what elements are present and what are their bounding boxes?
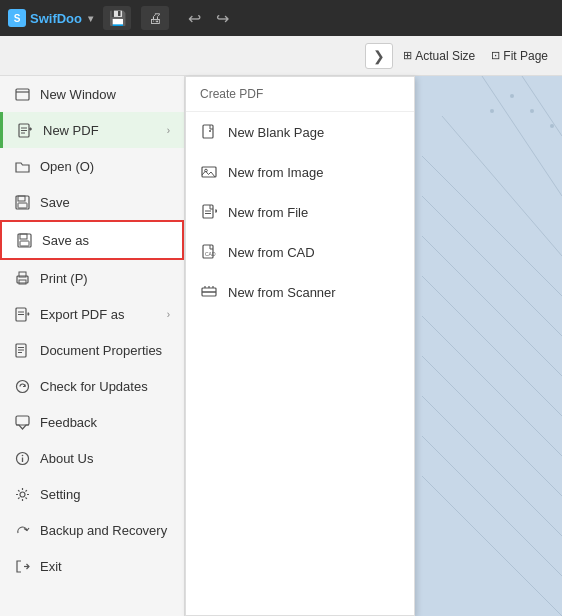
new-from-scanner-label: New from Scanner bbox=[228, 285, 336, 300]
new-window-label: New Window bbox=[40, 87, 170, 102]
submenu-item-new-from-cad[interactable]: CAD New from CAD bbox=[186, 232, 414, 272]
setting-icon bbox=[14, 486, 30, 502]
new-from-file-label: New from File bbox=[228, 205, 308, 220]
menu-item-export-pdf[interactable]: Export PDF as › bbox=[0, 296, 184, 332]
exit-icon bbox=[14, 558, 30, 574]
save-as-label: Save as bbox=[42, 233, 168, 248]
feedback-icon bbox=[14, 414, 30, 430]
save-toolbar-btn[interactable]: 💾 bbox=[103, 6, 131, 30]
svg-rect-29 bbox=[20, 234, 27, 239]
svg-text:CAD: CAD bbox=[205, 251, 216, 257]
menu-item-doc-properties[interactable]: Document Properties bbox=[0, 332, 184, 368]
svg-rect-26 bbox=[18, 196, 25, 201]
menu-item-feedback[interactable]: Feedback bbox=[0, 404, 184, 440]
from-file-icon bbox=[200, 203, 218, 221]
from-image-icon bbox=[200, 163, 218, 181]
open-icon bbox=[14, 158, 30, 174]
new-from-image-label: New from Image bbox=[228, 165, 323, 180]
window-icon bbox=[14, 86, 30, 102]
svg-point-48 bbox=[21, 454, 23, 456]
doc-properties-icon bbox=[14, 342, 30, 358]
blank-page-icon bbox=[200, 123, 218, 141]
bg-decoration bbox=[422, 76, 562, 616]
print-label: Print (P) bbox=[40, 271, 170, 286]
left-menu: New Window New PDF › bbox=[0, 76, 185, 616]
export-pdf-arrow: › bbox=[167, 309, 170, 320]
redo-button[interactable]: ↪ bbox=[209, 6, 235, 30]
menu-item-print[interactable]: Print (P) bbox=[0, 260, 184, 296]
titlebar: S SwifDoo ▾ 💾 🖨 ↩ ↪ bbox=[0, 0, 562, 36]
doc-properties-label: Document Properties bbox=[40, 343, 170, 358]
svg-point-49 bbox=[20, 492, 25, 497]
dropdown-arrow[interactable]: ▾ bbox=[88, 13, 93, 24]
submenu-item-new-from-image[interactable]: New from Image bbox=[186, 152, 414, 192]
menu-item-open[interactable]: Open (O) bbox=[0, 148, 184, 184]
save-icon bbox=[14, 194, 30, 210]
menu-item-setting[interactable]: Setting bbox=[0, 476, 184, 512]
submenu-item-new-from-file[interactable]: New from File bbox=[186, 192, 414, 232]
app-name: SwifDoo bbox=[30, 11, 82, 26]
export-pdf-label: Export PDF as bbox=[40, 307, 157, 322]
menu-item-new-pdf[interactable]: New PDF › bbox=[0, 112, 184, 148]
svg-point-13 bbox=[510, 94, 514, 98]
menu-item-exit[interactable]: Exit bbox=[0, 548, 184, 584]
about-icon bbox=[14, 450, 30, 466]
actual-size-label: Actual Size bbox=[415, 49, 475, 63]
submenu-header: Create PDF bbox=[186, 77, 414, 112]
new-pdf-icon bbox=[17, 122, 33, 138]
menu-item-save-as[interactable]: Save as bbox=[0, 220, 184, 260]
feedback-label: Feedback bbox=[40, 415, 170, 430]
open-label: Open (O) bbox=[40, 159, 170, 174]
svg-rect-17 bbox=[16, 89, 29, 100]
new-pdf-label: New PDF bbox=[43, 123, 157, 138]
svg-rect-51 bbox=[203, 125, 213, 138]
toolbar-right-section: ❯ ⊞ Actual Size ⊡ Fit Page bbox=[365, 43, 554, 69]
about-us-label: About Us bbox=[40, 451, 170, 466]
svg-rect-27 bbox=[18, 203, 27, 208]
backup-icon bbox=[14, 522, 30, 538]
app-logo: S SwifDoo ▾ bbox=[8, 9, 93, 27]
menu-item-new-window[interactable]: New Window bbox=[0, 76, 184, 112]
exit-label: Exit bbox=[40, 559, 170, 574]
new-from-cad-label: New from CAD bbox=[228, 245, 315, 260]
from-scanner-icon bbox=[200, 283, 218, 301]
menu-item-backup[interactable]: Backup and Recovery bbox=[0, 512, 184, 548]
update-icon bbox=[14, 378, 30, 394]
svg-point-44 bbox=[16, 380, 28, 392]
backup-label: Backup and Recovery bbox=[40, 523, 170, 538]
svg-point-15 bbox=[550, 124, 554, 128]
create-pdf-submenu: Create PDF New Blank Page bbox=[185, 76, 415, 616]
save-as-icon bbox=[16, 232, 32, 248]
check-updates-label: Check for Updates bbox=[40, 379, 170, 394]
logo-icon: S bbox=[8, 9, 26, 27]
print-toolbar-btn[interactable]: 🖨 bbox=[141, 6, 169, 30]
nav-arrow-btn[interactable]: ❯ bbox=[365, 43, 393, 69]
actual-size-btn[interactable]: ⊞ Actual Size bbox=[397, 47, 481, 65]
svg-rect-30 bbox=[20, 241, 29, 246]
nav-buttons: ↩ ↪ bbox=[181, 6, 235, 30]
menu-item-about-us[interactable]: About Us bbox=[0, 440, 184, 476]
submenu-item-new-from-scanner[interactable]: New from Scanner bbox=[186, 272, 414, 312]
from-cad-icon: CAD bbox=[200, 243, 218, 261]
menu-item-check-updates[interactable]: Check for Updates bbox=[0, 368, 184, 404]
print-icon bbox=[14, 270, 30, 286]
new-blank-page-label: New Blank Page bbox=[228, 125, 324, 140]
fit-page-label: Fit Page bbox=[503, 49, 548, 63]
main-toolbar: ❯ ⊞ Actual Size ⊡ Fit Page bbox=[0, 36, 562, 76]
fit-page-btn[interactable]: ⊡ Fit Page bbox=[485, 47, 554, 65]
submenu-item-new-blank-page[interactable]: New Blank Page bbox=[186, 112, 414, 152]
menu-item-save[interactable]: Save bbox=[0, 184, 184, 220]
content-area: New Window New PDF › bbox=[0, 76, 562, 616]
svg-point-14 bbox=[530, 109, 534, 113]
svg-rect-45 bbox=[16, 416, 29, 425]
svg-line-39 bbox=[28, 314, 29, 316]
new-pdf-arrow: › bbox=[167, 125, 170, 136]
svg-point-16 bbox=[490, 109, 494, 113]
save-label: Save bbox=[40, 195, 170, 210]
export-icon bbox=[14, 306, 30, 322]
undo-button[interactable]: ↩ bbox=[181, 6, 207, 30]
setting-label: Setting bbox=[40, 487, 170, 502]
